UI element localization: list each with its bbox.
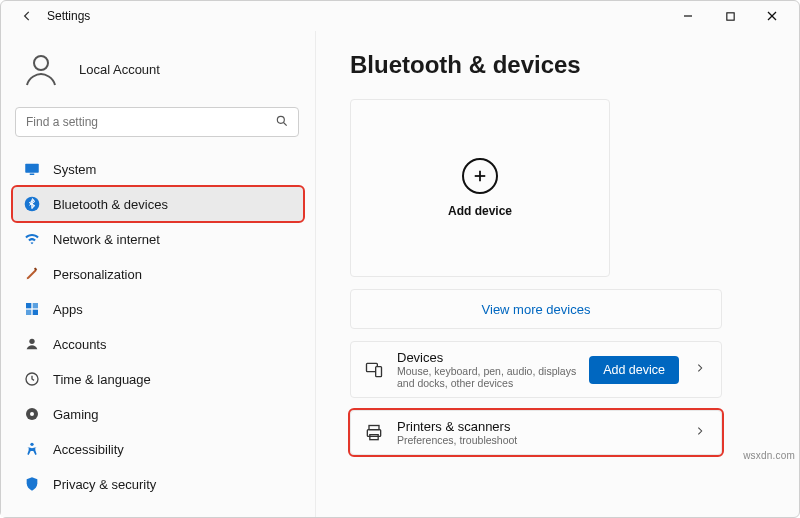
sidebar-item-accessibility[interactable]: Accessibility (13, 432, 303, 466)
sidebar-item-label: Time & language (53, 372, 151, 387)
printers-subtitle: Preferences, troubleshoot (397, 434, 679, 446)
printers-title: Printers & scanners (397, 419, 679, 434)
sidebar-item-apps[interactable]: Apps (13, 292, 303, 326)
sidebar-item-label: Accessibility (53, 442, 124, 457)
watermark-text: wsxdn.com (743, 450, 795, 461)
search-icon (275, 114, 289, 131)
back-button[interactable] (15, 4, 39, 28)
account-header[interactable]: Local Account (11, 37, 305, 107)
svg-rect-14 (33, 310, 38, 315)
plus-icon (462, 158, 498, 194)
sidebar-item-accounts[interactable]: Accounts (13, 327, 303, 361)
window-title: Settings (47, 9, 90, 23)
svg-point-19 (30, 443, 33, 446)
person-icon (23, 335, 41, 353)
sidebar-item-label: Bluetooth & devices (53, 197, 168, 212)
svg-rect-23 (376, 366, 382, 376)
sidebar-item-label: Gaming (53, 407, 99, 422)
chevron-right-icon (691, 424, 709, 441)
svg-point-5 (277, 116, 284, 123)
svg-rect-13 (26, 310, 31, 315)
add-device-button[interactable]: Add device (589, 356, 679, 384)
view-more-devices-button[interactable]: View more devices (350, 289, 722, 329)
titlebar: Settings (1, 1, 799, 31)
system-icon (23, 160, 41, 178)
sidebar-item-label: Privacy & security (53, 477, 156, 492)
wifi-icon (23, 230, 41, 248)
svg-line-6 (284, 123, 287, 126)
svg-rect-1 (726, 12, 733, 19)
svg-point-18 (30, 412, 34, 416)
accessibility-icon (23, 440, 41, 458)
add-device-card[interactable]: Add device (350, 99, 610, 277)
sidebar-item-network[interactable]: Network & internet (13, 222, 303, 256)
avatar-icon (21, 49, 61, 89)
devices-title: Devices (397, 350, 577, 365)
sidebar-item-label: Network & internet (53, 232, 160, 247)
view-more-label: View more devices (482, 302, 591, 317)
maximize-button[interactable] (709, 2, 751, 30)
add-device-label: Add device (448, 204, 512, 218)
apps-icon (23, 300, 41, 318)
sidebar: Local Account System (1, 31, 316, 517)
printers-scanners-row[interactable]: Printers & scanners Preferences, trouble… (350, 410, 722, 455)
devices-icon (363, 359, 385, 381)
svg-rect-12 (33, 303, 38, 308)
sidebar-item-label: Accounts (53, 337, 106, 352)
svg-point-4 (34, 56, 48, 70)
devices-row[interactable]: Devices Mouse, keyboard, pen, audio, dis… (350, 341, 722, 398)
printer-icon (363, 422, 385, 444)
bluetooth-icon (23, 195, 41, 213)
nav-list: System Bluetooth & devices Network & int… (11, 151, 305, 502)
account-name: Local Account (79, 62, 160, 77)
svg-rect-7 (25, 164, 39, 173)
search-input[interactable] (15, 107, 299, 137)
sidebar-item-time-language[interactable]: Time & language (13, 362, 303, 396)
sidebar-item-bluetooth-devices[interactable]: Bluetooth & devices (13, 187, 303, 221)
page-title: Bluetooth & devices (350, 51, 771, 79)
gaming-icon (23, 405, 41, 423)
chevron-right-icon (691, 361, 709, 378)
sidebar-item-personalization[interactable]: Personalization (13, 257, 303, 291)
shield-icon (23, 475, 41, 493)
svg-point-15 (29, 339, 34, 344)
sidebar-item-gaming[interactable]: Gaming (13, 397, 303, 431)
close-button[interactable] (751, 2, 793, 30)
sidebar-item-label: Apps (53, 302, 83, 317)
svg-rect-26 (370, 434, 378, 439)
sidebar-item-privacy-security[interactable]: Privacy & security (13, 467, 303, 501)
sidebar-item-label: Personalization (53, 267, 142, 282)
clock-globe-icon (23, 370, 41, 388)
minimize-button[interactable] (667, 2, 709, 30)
settings-window: Settings Local Account (0, 0, 800, 518)
svg-rect-11 (26, 303, 31, 308)
content-pane: Bluetooth & devices Add device View more… (316, 31, 799, 517)
sidebar-item-label: System (53, 162, 96, 177)
sidebar-item-system[interactable]: System (13, 152, 303, 186)
devices-subtitle: Mouse, keyboard, pen, audio, displays an… (397, 365, 577, 389)
svg-rect-8 (30, 174, 35, 176)
paintbrush-icon (23, 265, 41, 283)
